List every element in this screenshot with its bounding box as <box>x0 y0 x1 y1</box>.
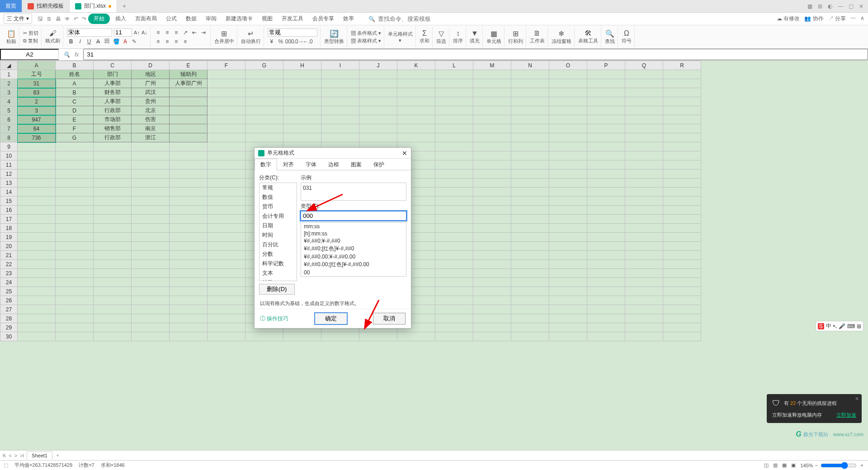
cell[interactable] <box>208 124 245 133</box>
cell[interactable] <box>94 332 132 341</box>
cell[interactable] <box>56 151 94 160</box>
menu-start[interactable]: 开始 <box>88 14 110 24</box>
cell[interactable] <box>208 323 245 332</box>
cell[interactable] <box>132 242 170 251</box>
cell[interactable] <box>132 260 170 269</box>
cell[interactable] <box>587 97 625 106</box>
cell[interactable] <box>473 169 511 179</box>
row-header[interactable]: 2 <box>0 79 18 88</box>
more-icon[interactable]: ⋯ <box>850 15 856 23</box>
cell[interactable] <box>511 260 549 269</box>
cell[interactable] <box>397 124 435 133</box>
cell[interactable] <box>56 269 94 278</box>
cell[interactable] <box>663 206 701 215</box>
category-item[interactable]: 货币 <box>259 202 297 212</box>
col-header[interactable]: G <box>245 61 283 70</box>
cell[interactable] <box>435 206 473 215</box>
cell[interactable]: C <box>56 97 94 106</box>
cell[interactable] <box>511 269 549 278</box>
category-item[interactable]: 文本 <box>259 268 297 278</box>
font-select[interactable] <box>67 28 112 37</box>
ime-punct-icon[interactable]: •، <box>833 323 837 329</box>
size-select[interactable] <box>114 28 132 37</box>
share-button[interactable]: ↗ 分享 <box>828 15 846 23</box>
cell[interactable]: 贵州 <box>132 97 170 106</box>
tab-add[interactable]: ＋ <box>117 0 132 12</box>
cancel-button[interactable]: 取消 <box>373 313 406 324</box>
cell[interactable] <box>625 215 663 224</box>
cell[interactable] <box>18 224 56 233</box>
cell[interactable] <box>245 124 283 133</box>
cell[interactable] <box>473 278 511 287</box>
cell[interactable]: 地区 <box>132 70 170 79</box>
category-list[interactable]: 常规数值货币会计专用日期时间百分比分数科学记数文本特殊自定义 <box>259 183 297 281</box>
format-item[interactable]: ¥#,##0;[红色]¥-#,##0 <box>301 244 406 253</box>
cell[interactable] <box>587 160 625 169</box>
align-right-icon[interactable]: ≡ <box>172 38 180 46</box>
row-header[interactable]: 17 <box>0 215 18 224</box>
cell[interactable] <box>625 106 663 115</box>
view-break-icon[interactable]: ▦ <box>782 462 787 468</box>
cell[interactable] <box>587 332 625 341</box>
format-item[interactable]: 00 <box>301 269 406 276</box>
cell[interactable] <box>511 332 549 341</box>
italic-icon[interactable]: I <box>76 38 84 46</box>
menu-formula[interactable]: 公式 <box>162 14 180 24</box>
cell[interactable] <box>283 106 321 115</box>
cell[interactable] <box>587 151 625 160</box>
category-item[interactable]: 会计专用 <box>259 212 297 221</box>
format-item[interactable]: ¥#,##0.00;[红色]¥-#,##0.00 <box>301 260 406 269</box>
cell[interactable] <box>473 88 511 97</box>
name-box[interactable] <box>0 49 59 60</box>
cell[interactable] <box>208 224 245 233</box>
cell[interactable] <box>625 296 663 305</box>
category-item[interactable]: 百分比 <box>259 240 297 249</box>
tab-home[interactable]: 首页 <box>0 0 22 12</box>
cell[interactable] <box>94 179 132 188</box>
cell[interactable] <box>94 260 132 269</box>
cell[interactable] <box>245 106 283 115</box>
cell[interactable] <box>663 215 701 224</box>
cell[interactable] <box>170 296 208 305</box>
cell[interactable]: 人事部 <box>94 79 132 88</box>
cell[interactable] <box>511 215 549 224</box>
cell[interactable] <box>663 269 701 278</box>
cell[interactable] <box>511 70 549 79</box>
cellstyle-button[interactable]: 单元格样式 ▾ <box>385 26 416 47</box>
fill-button[interactable]: ▼填充 <box>467 26 483 47</box>
cell[interactable] <box>625 133 663 142</box>
cell[interactable] <box>473 233 511 242</box>
col-header[interactable]: L <box>435 61 473 70</box>
cell[interactable] <box>511 179 549 188</box>
cell[interactable] <box>208 151 245 160</box>
cell[interactable] <box>473 70 511 79</box>
cell[interactable] <box>435 115 473 124</box>
cell[interactable] <box>511 251 549 260</box>
symbol-button[interactable]: Ω符号 <box>619 26 635 47</box>
underline-icon[interactable]: U <box>85 38 93 46</box>
cell[interactable] <box>435 70 473 79</box>
cell[interactable] <box>208 115 245 124</box>
cell[interactable] <box>170 332 208 341</box>
cell[interactable] <box>435 269 473 278</box>
cell[interactable] <box>56 287 94 296</box>
format-item[interactable]: ¥#,##0;¥-#,##0 <box>301 237 406 244</box>
cell[interactable] <box>625 242 663 251</box>
cell[interactable] <box>435 323 473 332</box>
cell[interactable] <box>56 206 94 215</box>
cell[interactable]: E <box>56 115 94 124</box>
cell[interactable] <box>511 151 549 160</box>
cell[interactable] <box>587 314 625 323</box>
cell[interactable] <box>132 332 170 341</box>
currency-icon[interactable]: ¥ <box>268 38 276 46</box>
cell[interactable] <box>18 142 56 151</box>
cell[interactable] <box>435 133 473 142</box>
row-header[interactable]: 8 <box>0 133 18 142</box>
cell[interactable] <box>549 88 587 97</box>
ime-mic-icon[interactable]: 🎤 <box>839 323 845 329</box>
ime-keyboard-icon[interactable]: ⌨ <box>847 323 855 329</box>
cell[interactable] <box>56 323 94 332</box>
dialog-tab[interactable]: 边框 <box>322 159 345 170</box>
cell[interactable] <box>94 197 132 206</box>
cell[interactable] <box>435 197 473 206</box>
